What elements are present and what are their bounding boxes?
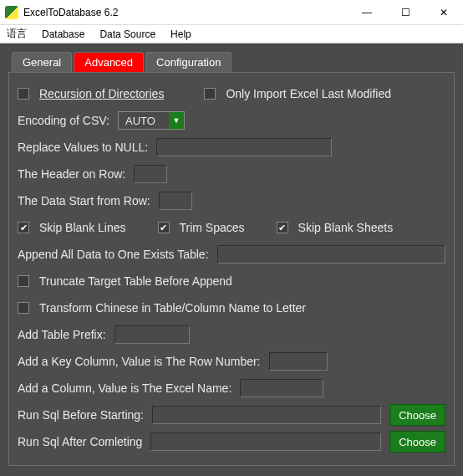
- sql-after-input[interactable]: [150, 432, 381, 451]
- menu-database[interactable]: Database: [42, 28, 84, 40]
- table-prefix-label: Add Table Prefix:: [18, 328, 106, 341]
- recursion-dirs-label: Recursion of Directories: [39, 87, 164, 100]
- replace-null-label: Replace Values to NULL:: [18, 141, 148, 154]
- header-row-label: The Header on Row:: [18, 167, 125, 181]
- truncate-label: Truncate Target Table Before Append: [39, 274, 232, 288]
- key-col-rownum-input[interactable]: [269, 352, 328, 371]
- titlebar: ExcelToDatabase 6.2 — ☐ ✕: [0, 0, 463, 25]
- encoding-selected-text: AUTO: [119, 115, 169, 127]
- encoding-select[interactable]: AUTO: [118, 111, 185, 130]
- window-controls: — ☐ ✕: [348, 0, 463, 25]
- key-col-rownum-label: Add a Key Column, Value is The Row Numbe…: [18, 355, 261, 368]
- choose-sql-before-button[interactable]: Choose: [389, 404, 445, 426]
- transform-chinese-checkbox[interactable]: [18, 302, 29, 314]
- menubar: 语言 Database Data Source Help: [0, 25, 463, 44]
- transform-chinese-label: Transform Chinese in Table/Column Name t…: [39, 301, 306, 315]
- minimize-button[interactable]: —: [348, 0, 386, 25]
- menu-data-source[interactable]: Data Source: [99, 28, 155, 40]
- table-prefix-input[interactable]: [114, 325, 190, 344]
- only-last-modified-label: Only Import Excel Last Modified: [226, 87, 391, 100]
- truncate-checkbox[interactable]: [18, 275, 29, 287]
- data-start-row-input[interactable]: [159, 192, 192, 210]
- header-row-input[interactable]: [134, 165, 167, 183]
- advanced-panel: Recursion of Directories Only Import Exc…: [8, 72, 455, 466]
- client-area: General Advanced Configuration Recursion…: [0, 44, 463, 476]
- replace-null-input[interactable]: [156, 138, 332, 156]
- trim-spaces-checkbox[interactable]: [158, 222, 170, 233]
- choose-sql-after-button[interactable]: Choose: [389, 431, 445, 453]
- trim-spaces-label: Trim Spaces: [180, 221, 245, 234]
- skip-blank-sheets-checkbox[interactable]: [277, 222, 288, 233]
- dropdown-icon[interactable]: [169, 112, 184, 129]
- maximize-button[interactable]: ☐: [386, 0, 425, 25]
- menu-help[interactable]: Help: [170, 28, 191, 40]
- tab-general[interactable]: General: [12, 52, 72, 72]
- skip-blank-sheets-label: Skip Blank Sheets: [298, 221, 394, 234]
- close-button[interactable]: ✕: [425, 0, 463, 25]
- sql-after-label: Run Sql After Comleting: [18, 435, 142, 448]
- tab-strip: General Advanced Configuration: [12, 52, 455, 72]
- only-last-modified-checkbox[interactable]: [204, 88, 216, 100]
- append-table-label: Append All Data to One Exists Table:: [18, 248, 209, 261]
- col-excel-name-input[interactable]: [240, 379, 323, 397]
- encoding-csv-label: Encoding of CSV:: [18, 114, 109, 127]
- sql-before-input[interactable]: [152, 406, 381, 424]
- data-start-row-label: The Data Start from Row:: [18, 194, 150, 207]
- sql-before-label: Run Sql Before Starting:: [18, 408, 144, 422]
- recursion-dirs-checkbox[interactable]: [18, 88, 29, 100]
- menu-language[interactable]: 语言: [7, 27, 27, 41]
- append-table-input[interactable]: [217, 245, 445, 264]
- skip-blank-lines-label: Skip Blank Lines: [39, 221, 126, 234]
- col-excel-name-label: Add a Column, Value is The Excel Name:: [18, 381, 232, 395]
- tab-configuration[interactable]: Configuration: [145, 52, 232, 72]
- app-icon: [5, 6, 18, 19]
- window-title: ExcelToDatabase 6.2: [23, 7, 348, 18]
- skip-blank-lines-checkbox[interactable]: [18, 222, 29, 233]
- tab-advanced[interactable]: Advanced: [74, 52, 144, 72]
